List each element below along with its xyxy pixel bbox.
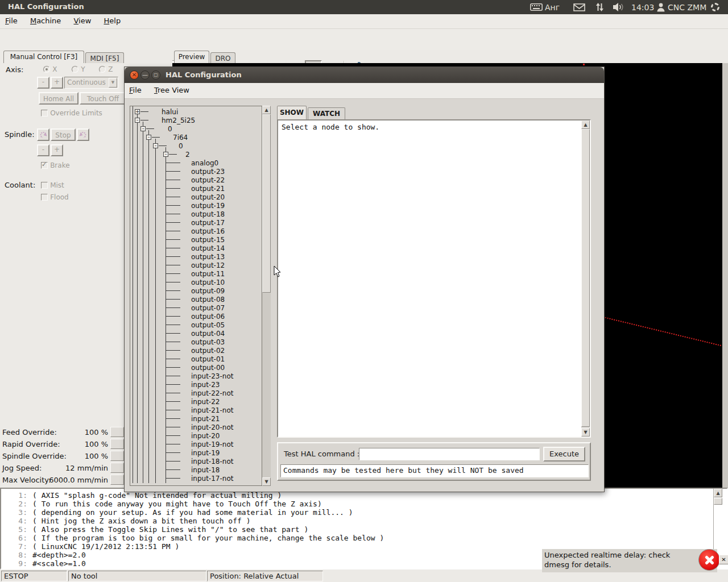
show-output-panel[interactable]: Select a node to show. ▲ ▼ (277, 119, 591, 438)
jog-plus-button[interactable]: + (51, 77, 63, 89)
tree-node[interactable]: output-17 (130, 218, 262, 227)
notification-close-button[interactable]: ✕ (719, 555, 728, 564)
tree-node[interactable]: output-02 (130, 346, 262, 355)
clock[interactable]: 14:03 (631, 0, 654, 14)
tree-expander[interactable]: + (135, 109, 140, 114)
tree-node[interactable]: input-22 (130, 397, 262, 406)
tab-show[interactable]: SHOW (277, 106, 307, 119)
show-scrollbar[interactable]: ▲ ▼ (581, 120, 590, 436)
tree-expander[interactable]: - (135, 118, 140, 123)
tree-node[interactable]: output-08 (130, 295, 262, 304)
tree-node[interactable]: output-21 (130, 184, 262, 193)
dialog-menu-file[interactable]: File (125, 83, 147, 94)
spindle-minus-button[interactable]: - (37, 144, 49, 156)
override-slider[interactable] (110, 427, 124, 437)
spindle-plus-button[interactable]: + (51, 144, 63, 156)
override-slider[interactable] (110, 451, 124, 461)
tree-node[interactable]: output-00 (130, 363, 262, 372)
menu-help[interactable]: Help (98, 14, 126, 25)
network-indicator[interactable] (595, 0, 604, 14)
tree-node[interactable]: input-18 (130, 465, 262, 474)
dialog-minimize-button[interactable]: — (140, 70, 150, 80)
tree-node[interactable]: output-20 (130, 193, 262, 201)
tree-node[interactable]: -hm2_5i25 (130, 116, 262, 124)
dialog-menu-tree-view[interactable]: Tree View (149, 83, 195, 94)
tree-node[interactable]: output-22 (130, 176, 262, 184)
tree-node[interactable]: analog0 (130, 159, 262, 167)
menu-machine[interactable]: Machine (25, 14, 66, 25)
tree-node[interactable]: input-21 (130, 414, 262, 423)
mail-indicator[interactable] (573, 0, 585, 14)
tree-node[interactable]: +halui (130, 107, 262, 116)
execute-button[interactable]: Execute (543, 447, 585, 462)
scroll-down-icon[interactable]: ▼ (581, 428, 590, 436)
scroll-up-icon[interactable]: ▲ (714, 489, 722, 497)
tree-node[interactable]: output-18 (130, 210, 262, 218)
flood-checkbox[interactable]: Flood (41, 193, 69, 201)
home-all-button[interactable]: Home All (39, 92, 78, 105)
tree-node[interactable]: input-20-not (130, 423, 262, 431)
scroll-down-icon[interactable]: ▼ (262, 477, 271, 486)
tree-node[interactable]: output-07 (130, 304, 262, 312)
tree-node[interactable]: output-09 (130, 286, 262, 295)
override-slider[interactable] (110, 475, 124, 485)
axis-radio-z[interactable]: Z (99, 65, 113, 73)
tree-node[interactable]: output-01 (130, 355, 262, 363)
tree-node[interactable]: input-23-not (130, 372, 262, 380)
spindle-cw-button[interactable] (77, 128, 89, 141)
menu-view[interactable]: View (68, 14, 96, 25)
override-slider[interactable] (110, 463, 124, 473)
user-menu[interactable]: CNC ZMM (657, 0, 706, 14)
gcode-line[interactable]: 5:( Also press the Toggle Skip Lines wit… (1, 525, 727, 534)
tree-node[interactable]: output-12 (130, 261, 262, 269)
scroll-up-icon[interactable]: ▲ (581, 120, 590, 129)
jog-minus-button[interactable]: - (37, 77, 49, 89)
tree-expander[interactable]: - (140, 126, 146, 131)
tree-node[interactable]: output-23 (130, 167, 262, 176)
dialog-title-bar[interactable]: ✕ — ▢ HAL Configuration (125, 67, 604, 83)
jog-mode-select[interactable]: Continuous ▼ (64, 77, 118, 89)
tree-node[interactable]: output-19 (130, 201, 262, 210)
tree-node[interactable]: output-10 (130, 278, 262, 286)
dialog-maximize-button[interactable]: ▢ (151, 70, 160, 80)
tree-node[interactable]: input-22-not (130, 389, 262, 397)
tree-expander[interactable]: - (146, 135, 151, 140)
tree-node[interactable]: input-19 (130, 448, 262, 457)
session-menu[interactable] (711, 0, 719, 14)
tree-node[interactable]: -0 (130, 124, 262, 133)
tree-node[interactable]: input-23 (130, 380, 262, 389)
hal-tree[interactable]: +halui-hm2_5i25-0-7i64-0-2analog0output-… (130, 106, 262, 486)
tree-expander[interactable]: - (163, 152, 168, 157)
override-slider[interactable] (110, 439, 124, 449)
gcode-line[interactable]: 6:( If the program is too big or small f… (1, 534, 727, 542)
spindle-ccw-button[interactable] (37, 128, 49, 141)
tree-node[interactable]: input-20 (130, 431, 262, 440)
mist-checkbox[interactable]: Mist (41, 181, 64, 189)
tab-dro[interactable]: DRO (210, 52, 235, 63)
axis-radio-x[interactable]: X (43, 65, 57, 73)
test-command-input[interactable] (359, 448, 540, 460)
tree-node[interactable]: output-11 (130, 269, 262, 278)
tree-expander[interactable]: - (153, 143, 158, 148)
axis-radio-y[interactable]: Y (72, 65, 85, 73)
override-limits-checkbox[interactable]: Override Limits (41, 109, 102, 117)
tree-node[interactable]: output-04 (130, 329, 262, 338)
tab-mdi[interactable]: MDI [F5] (85, 52, 124, 63)
gcode-scroll-thumb[interactable] (714, 498, 722, 505)
tab-preview[interactable]: Preview (174, 51, 209, 63)
tree-node[interactable]: -7i64 (130, 133, 262, 142)
tree-node[interactable]: input-19-not (130, 440, 262, 448)
show-scroll-thumb[interactable] (581, 129, 590, 427)
scroll-up-icon[interactable]: ▲ (262, 106, 271, 114)
brake-checkbox[interactable]: Brake (41, 161, 70, 169)
menu-file[interactable]: File (0, 14, 23, 25)
tree-node[interactable]: output-15 (130, 235, 262, 244)
tree-node[interactable]: output-06 (130, 312, 262, 321)
tree-node[interactable]: -0 (130, 142, 262, 150)
gcode-line[interactable]: 3:( depending on your setup. As if you h… (1, 508, 727, 517)
tree-node[interactable]: input-17-not (130, 474, 262, 483)
dialog-close-button[interactable]: ✕ (130, 70, 139, 80)
tree-node[interactable]: output-14 (130, 244, 262, 252)
gcode-line[interactable]: 1:( AXIS "splash g-code" Not intended fo… (1, 491, 727, 500)
gcode-line[interactable]: 4:( Hint jog the Z axis down a bit then … (1, 517, 727, 525)
